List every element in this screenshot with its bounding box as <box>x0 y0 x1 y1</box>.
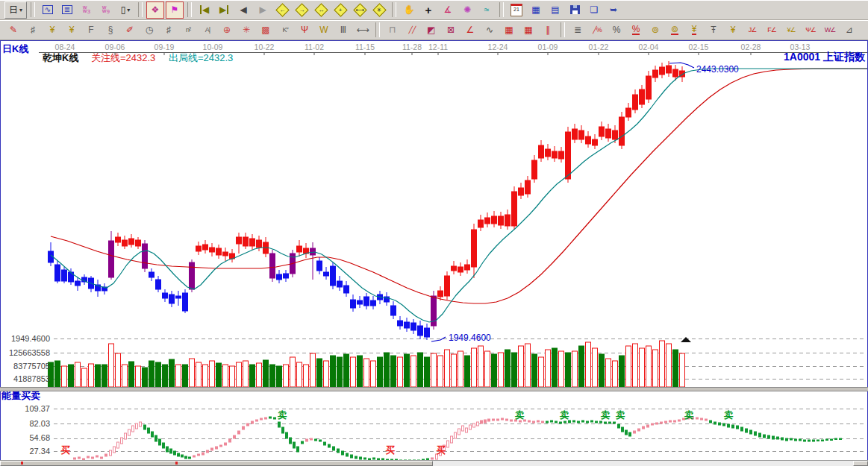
shen-indicator-tool[interactable]: Ψ <box>296 22 313 39</box>
minute9-chart-tool[interactable]: ʬ₉ <box>97 1 115 19</box>
candle-style-button[interactable]: ▯▾ <box>116 1 134 19</box>
brush-tool-icon: ✎ <box>10 25 17 34</box>
fan-box-tool-icon: ◩ <box>427 25 435 34</box>
cycle-clock-tool[interactable]: ◷ <box>140 22 158 39</box>
frame-tool[interactable]: ⊓ <box>384 22 402 39</box>
info-board-tool[interactable]: ≣ <box>58 1 76 19</box>
speed-fan-tool[interactable]: ╱╱ <box>403 22 421 39</box>
period-selector-button[interactable]: 日▾ <box>4 1 27 19</box>
gold-angle-tool[interactable]: ¥∠ <box>782 22 800 39</box>
gold-section-tool[interactable]: ¥ <box>43 22 61 39</box>
fan-box-tool[interactable]: ◩ <box>422 22 440 39</box>
pan-left-button[interactable]: ← <box>273 1 291 19</box>
minute3-chart-tool[interactable]: ʬ₃ <box>78 1 96 19</box>
gold-circle2-tool[interactable]: ⊚ <box>666 22 684 39</box>
gold-mark-tool[interactable]: ¥ <box>685 22 703 39</box>
percent-fan-tool[interactable]: ╱% <box>588 22 606 39</box>
win-indicator-tool[interactable]: W <box>315 22 333 39</box>
volume-profile-tool[interactable]: ⚑ <box>166 1 184 19</box>
web-grid-tool[interactable]: ▩ <box>257 22 275 39</box>
exit-line-label: 出局线=2432.3 <box>169 51 233 65</box>
zoom-out-button[interactable]: ⟷ <box>351 1 369 19</box>
ruler-123-tool[interactable]: Ⅲ <box>334 22 352 39</box>
stats-list-tool[interactable]: ≣ <box>569 22 587 39</box>
star-burst-tool[interactable]: ✳ <box>237 22 255 39</box>
date-tick-label: 12-11 <box>428 42 448 51</box>
scrollbar-right-button[interactable] <box>853 461 868 466</box>
fan-box2-tool[interactable]: ⊠ <box>442 22 460 39</box>
n-square-tool[interactable]: n² <box>179 22 197 39</box>
pane-separator[interactable] <box>0 387 868 391</box>
k-prime-tool[interactable]: K″ <box>276 22 294 39</box>
shen-angle-tool[interactable]: Ψ∠ <box>802 22 819 39</box>
gold-circle-tool[interactable]: ⊚ <box>646 22 664 39</box>
date-tick-label: 02-04 <box>639 42 659 51</box>
hand-pan-tool-icon: ✋ <box>404 5 415 14</box>
red-grid2-tool[interactable]: ▦ <box>519 22 537 39</box>
expand-scale-button[interactable]: + <box>331 1 349 19</box>
a-fold-tool[interactable]: A| <box>199 22 216 39</box>
gold-angle-tool-icon: ¥∠ <box>787 27 795 34</box>
channel-tool[interactable]: ∥ <box>539 22 557 39</box>
indicator-title: 乾坤K线 <box>43 51 78 65</box>
jump-first-button[interactable]: ◀ <box>196 1 213 19</box>
angle-measure-tool[interactable]: ∡ <box>439 1 457 19</box>
crosshair-tool[interactable]: + <box>419 1 437 19</box>
date-tick-label: 09-19 <box>154 42 175 51</box>
time-grid-tool-icon: ♯ <box>166 25 171 34</box>
transfer-button[interactable]: ➥ <box>605 1 622 19</box>
arrow-glyph: ↔ <box>318 7 324 13</box>
compress-scale-button[interactable]: ↔ <box>312 1 330 19</box>
jump-last-button[interactable]: ▶ <box>215 1 233 19</box>
export-data-button[interactable]: ❏ <box>585 1 603 19</box>
grid-lines-tool[interactable]: ♯ <box>24 22 42 39</box>
trend-angle-tool[interactable]: ∠ <box>461 22 479 39</box>
volume-axis-2: 83775705 <box>0 362 50 371</box>
grid-lines-tool-icon: ♯ <box>31 25 35 34</box>
step-forward-button[interactable]: ▶ <box>254 1 272 19</box>
fibo-f-tool[interactable]: F <box>82 22 100 39</box>
h-scrollbar[interactable] <box>0 460 868 466</box>
sell-marker: 卖 <box>560 410 569 421</box>
zigzag-wave-tool[interactable]: ∿ <box>481 22 499 39</box>
pattern-match-tool[interactable]: ❖ <box>146 1 164 19</box>
j-angle-tool[interactable]: J∠ <box>743 22 761 39</box>
win-angle-tool[interactable]: W∠ <box>821 22 839 39</box>
brush-tool[interactable]: ✎ <box>4 22 22 39</box>
dropdown-arrow-icon: ▾ <box>19 7 22 13</box>
calendar-button[interactable]: 21 <box>508 1 525 19</box>
bar-width-tool[interactable]: ⟷ <box>354 22 372 39</box>
gold-line-tool[interactable]: ¥ <box>724 22 742 39</box>
gold-section2-tool[interactable]: ¥ <box>63 22 81 39</box>
pan-right-button[interactable]: → <box>293 1 310 19</box>
save-button[interactable] <box>566 1 584 19</box>
scrollbar-marker <box>21 462 23 465</box>
festival-marker-tool[interactable]: ✺ <box>458 1 476 19</box>
scrollbar-thumb[interactable] <box>0 461 433 466</box>
calculator-button[interactable]: ▦ <box>527 1 545 19</box>
period-label[interactable]: 日K线 <box>2 42 28 56</box>
f-angle-tool[interactable]: F∠ <box>763 22 781 39</box>
red-grid-tool[interactable]: ▦ <box>500 22 518 39</box>
jump-first-button-icon: ◀ <box>200 5 209 14</box>
marker-brush-tool[interactable]: ✐ <box>121 22 139 39</box>
spiral-tool[interactable]: § <box>102 22 119 39</box>
av-split-tool[interactable]: Ŧ <box>705 22 722 39</box>
target-circle-tool[interactable]: ⊕ <box>218 22 236 39</box>
four-angle-tool[interactable]: ⊿ <box>840 22 858 39</box>
curve-fit-tool[interactable]: ≈ <box>478 1 496 19</box>
latest-bar-arrow <box>681 337 691 342</box>
percent-line-tool[interactable]: % <box>627 22 645 39</box>
zigzag-pattern-tool[interactable]: ∿ <box>39 1 57 19</box>
time-grid-tool[interactable]: ♯ <box>160 22 178 39</box>
hand-pan-tool[interactable]: ✋ <box>400 1 418 19</box>
notepad-button[interactable]: ▤ <box>546 1 564 19</box>
sell-marker: 卖 <box>601 410 611 421</box>
buy-marker: 买 <box>437 445 446 456</box>
a-fold-tool-icon: A| <box>205 27 210 34</box>
step-back-button[interactable]: ◀ <box>234 1 252 19</box>
fan-box2-tool-icon: ⊠ <box>447 25 455 34</box>
zoom-in-button[interactable]: ✳ <box>370 1 388 19</box>
price-chart-canvas[interactable]: 08-2409-0609-1910-0910-2211-0211-1511-28… <box>0 40 868 460</box>
percent-tool[interactable]: % <box>608 22 625 39</box>
